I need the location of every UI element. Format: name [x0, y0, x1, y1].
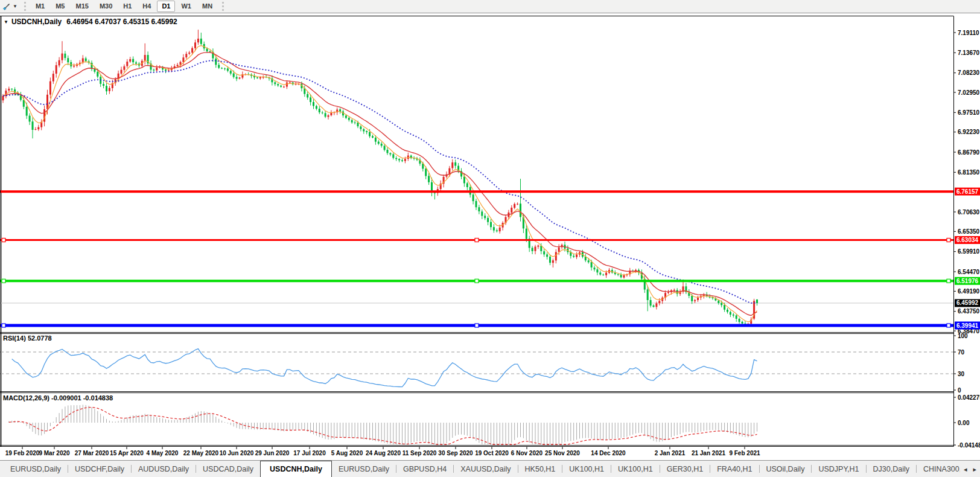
- hline-object-6.39941[interactable]: [1, 324, 953, 327]
- hline-drag-handle[interactable]: [2, 324, 5, 327]
- tab-0-eurusd-daily[interactable]: EURUSD,Daily: [4, 461, 68, 477]
- chart-ohlc-values: 6.46954 6.47037 6.45315 6.45992: [66, 18, 177, 26]
- hline-drag-handle[interactable]: [947, 238, 950, 242]
- tab-2-audusd-daily[interactable]: AUDUSD,Daily: [132, 461, 196, 477]
- chart-window[interactable]: 7.191107.136707.082307.029506.975106.922…: [0, 13, 980, 460]
- svg-text:30: 30: [958, 371, 965, 377]
- symbol-tab-bar: EURUSD,DailyUSDCHF,DailyAUDUSD,DailyUSDC…: [0, 460, 980, 477]
- timeframe-button-h4[interactable]: H4: [138, 1, 156, 12]
- svg-text:6.70630: 6.70630: [958, 209, 980, 216]
- svg-text:0: 0: [958, 387, 961, 394]
- toolbar-grip-handle-end[interactable]: [222, 2, 224, 11]
- svg-text:7.08230: 7.08230: [958, 69, 980, 76]
- svg-text:6.51976: 6.51976: [956, 278, 979, 284]
- timeframe-button-m1[interactable]: M1: [31, 1, 49, 12]
- svg-text:70: 70: [958, 349, 965, 356]
- svg-text:6.65350: 6.65350: [958, 228, 980, 235]
- svg-text:6.81350: 6.81350: [958, 169, 980, 176]
- ma-mid-line: [3, 53, 757, 316]
- tab-10-uk100-h1[interactable]: UK100,H1: [611, 461, 660, 477]
- tab-1-usdchf-daily[interactable]: USDCHF,Daily: [68, 461, 131, 477]
- chart-symbol-period: USDCNH,Daily: [11, 18, 62, 26]
- svg-text:6.63034: 6.63034: [956, 237, 979, 243]
- cursor-tool-icon[interactable]: [2, 2, 11, 11]
- svg-text:19 Oct 2020: 19 Oct 2020: [475, 450, 509, 456]
- svg-text:24 Aug 2020: 24 Aug 2020: [366, 450, 401, 456]
- svg-text:6.43750: 6.43750: [958, 308, 980, 315]
- tab-scroll-left-button[interactable]: ◂: [964, 466, 967, 473]
- timeframe-button-mn[interactable]: MN: [197, 1, 217, 12]
- chart-canvas[interactable]: 7.191107.136707.082307.029506.975106.922…: [0, 13, 980, 460]
- tab-11-ger30-h1[interactable]: GER30,H1: [660, 461, 710, 477]
- svg-text:7.02950: 7.02950: [958, 89, 980, 96]
- svg-text:6.76157: 6.76157: [956, 188, 979, 195]
- svg-text:6 Nov 2020: 6 Nov 2020: [511, 450, 543, 456]
- tab-scroll-right-button[interactable]: ▸: [973, 466, 976, 473]
- svg-text:6.92230: 6.92230: [958, 129, 980, 135]
- toolbar-dropdown-caret-icon[interactable]: ▼: [13, 4, 18, 9]
- svg-text:6.86790: 6.86790: [958, 149, 980, 156]
- timeframe-button-d1[interactable]: D1: [157, 1, 175, 12]
- svg-text:-0.04148: -0.04148: [958, 442, 980, 449]
- timeframe-button-m15[interactable]: M15: [71, 1, 93, 12]
- hline-drag-handle[interactable]: [475, 324, 479, 327]
- timeframe-button-m5[interactable]: M5: [51, 1, 69, 12]
- rsi-indicator-label: RSI(14) 52.0778: [3, 335, 52, 342]
- svg-text:14 Dec 2020: 14 Dec 2020: [591, 450, 626, 456]
- tab-5-eurusd-daily[interactable]: EURUSD,Daily: [332, 461, 396, 477]
- svg-text:6.54470: 6.54470: [958, 269, 980, 275]
- svg-text:0.042275: 0.042275: [958, 394, 980, 401]
- price-tag-6.39941: 6.39941: [955, 322, 980, 330]
- svg-text:4 May 2020: 4 May 2020: [147, 450, 179, 456]
- timeframe-button-m30[interactable]: M30: [95, 1, 117, 12]
- svg-text:30 Sep 2020: 30 Sep 2020: [438, 450, 473, 456]
- tab-7-xauusd-daily[interactable]: XAUUSD,Daily: [454, 461, 517, 477]
- svg-text:6.59910: 6.59910: [958, 248, 980, 255]
- price-tag-6.51976: 6.51976: [955, 277, 980, 285]
- svg-text:19 Feb 2020: 19 Feb 2020: [5, 450, 40, 456]
- svg-text:11 Sep 2020: 11 Sep 2020: [402, 450, 437, 456]
- tab-3-usdcad-daily[interactable]: USDCAD,Daily: [196, 461, 260, 477]
- hline-object-6.63034[interactable]: [1, 238, 953, 242]
- timeframe-button-h1[interactable]: H1: [118, 1, 136, 12]
- svg-text:25 Nov 2020: 25 Nov 2020: [545, 450, 580, 456]
- tab-15-dj30-daily[interactable]: DJ30,Daily: [867, 461, 916, 477]
- tab-14-usdjpy-h1[interactable]: USDJPY,H1: [812, 461, 865, 477]
- tab-scroll-arrows: ◂ ▸: [960, 461, 980, 477]
- hline-drag-handle[interactable]: [475, 279, 479, 283]
- hline-drag-handle[interactable]: [475, 238, 479, 242]
- chart-title: ▼USDCNH,Daily6.46954 6.47037 6.45315 6.4…: [4, 18, 177, 26]
- timeframe-button-w1[interactable]: W1: [176, 1, 196, 12]
- svg-text:29 Jun 2020: 29 Jun 2020: [255, 450, 290, 456]
- svg-text:6.97510: 6.97510: [958, 109, 980, 116]
- date-axis[interactable]: 19 Feb 20209 Mar 202027 Mar 202015 Apr 2…: [5, 447, 760, 457]
- svg-text:21 Jan 2021: 21 Jan 2021: [692, 450, 726, 456]
- hline-drag-handle[interactable]: [947, 324, 950, 327]
- svg-text:6.49190: 6.49190: [958, 288, 980, 295]
- top-toolbar: ▼ M1 M5 M15 M30 H1 H4 D1 W1 MN: [0, 0, 980, 13]
- svg-text:5 Aug 2020: 5 Aug 2020: [331, 450, 363, 456]
- tab-6-gbpusd-h4[interactable]: GBPUSD,H4: [396, 461, 453, 477]
- tab-4-usdcnh-daily[interactable]: USDCNH,Daily: [260, 461, 332, 477]
- hline-drag-handle[interactable]: [2, 238, 5, 242]
- macd-indicator-label: MACD(12,26,9) -0.009001 -0.014838: [3, 394, 113, 402]
- rsi-line: [12, 349, 757, 387]
- svg-text:100: 100: [958, 333, 968, 339]
- hline-object-6.51976[interactable]: [1, 279, 953, 283]
- tab-8-hk50-h1[interactable]: HK50,H1: [518, 461, 562, 477]
- svg-text:15 Apr 2020: 15 Apr 2020: [110, 450, 144, 456]
- chart-context-caret-icon[interactable]: ▼: [4, 19, 8, 25]
- tab-13-usoil-daily[interactable]: USOil,Daily: [760, 461, 812, 477]
- tab-12-fra40-h1[interactable]: FRA40,H1: [710, 461, 759, 477]
- price-tag-6.76157: 6.76157: [955, 188, 980, 196]
- tab-9-uk100-h1[interactable]: UK100,H1: [562, 461, 611, 477]
- macd-histogram: [9, 405, 757, 444]
- toolbar-grip-handle[interactable]: [24, 2, 26, 11]
- hline-drag-handle[interactable]: [947, 279, 950, 283]
- svg-text:27 Mar 2020: 27 Mar 2020: [75, 450, 109, 456]
- svg-text:9 Mar 2020: 9 Mar 2020: [39, 450, 70, 456]
- ma-slow-line: [3, 60, 757, 303]
- price-tag-6.63034: 6.63034: [955, 236, 980, 244]
- hline-drag-handle[interactable]: [2, 279, 5, 283]
- svg-text:10 Jun 2020: 10 Jun 2020: [220, 450, 254, 456]
